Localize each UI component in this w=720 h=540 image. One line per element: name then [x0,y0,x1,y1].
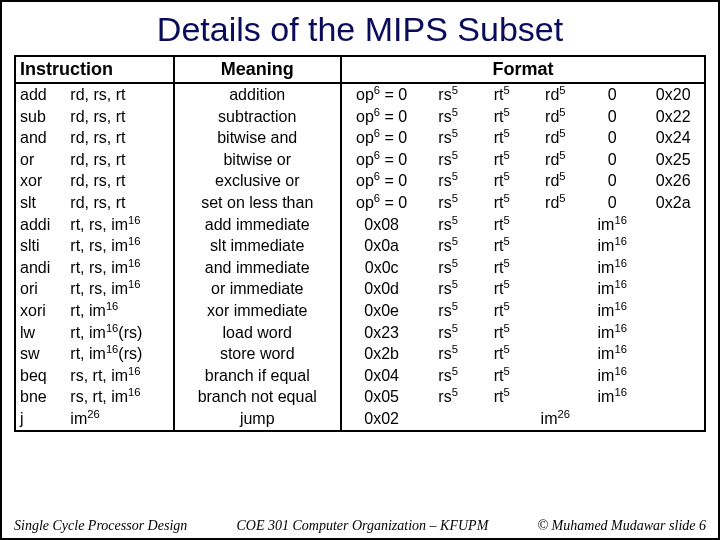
slide-title: Details of the MIPS Subset [14,10,706,49]
cell-f4: 0 [582,127,642,149]
cell-f3: rd5 [529,192,583,214]
cell-mn: bne [15,386,66,408]
cell-f1: rs5 [421,214,475,236]
footer-left: Single Cycle Processor Design [14,518,187,534]
table-row: andirt, rs, im16and immediate0x0crs5rt5i… [15,257,705,279]
cell-f4: im16 [582,214,642,236]
cell-mean: or immediate [174,278,341,300]
cell-f1: rs5 [421,365,475,387]
table-row: sltirt, rs, im16slt immediate0x0ars5rt5i… [15,235,705,257]
cell-mean: branch not equal [174,386,341,408]
cell-f3 [529,257,583,279]
table-row: lwrt, im16(rs)load word0x23rs5rt5im16 [15,322,705,344]
cell-f0: op6 = 0 [341,106,421,128]
cell-f0: op6 = 0 [341,127,421,149]
cell-mn: sub [15,106,66,128]
cell-mean: store word [174,343,341,365]
cell-ops: rt, rs, im16 [66,214,173,236]
cell-mn: beq [15,365,66,387]
cell-mn: slt [15,192,66,214]
cell-ops: rt, im16(rs) [66,343,173,365]
cell-f5 [642,343,705,365]
cell-f0: 0x05 [341,386,421,408]
cell-f2: rt5 [475,149,529,171]
cell-ops: rs, rt, im16 [66,386,173,408]
cell-f1: rs5 [421,106,475,128]
cell-f0: op6 = 0 [341,83,421,106]
cell-f2: rt5 [475,322,529,344]
cell-f0: 0x0e [341,300,421,322]
mips-table: Instruction Meaning Format addrd, rs, rt… [14,55,706,432]
cell-mn: slti [15,235,66,257]
cell-f2: rt5 [475,83,529,106]
cell-f5 [642,408,705,431]
cell-mean: branch if equal [174,365,341,387]
cell-f4: im16 [582,343,642,365]
cell-f3: rd5 [529,170,583,192]
cell-mn: or [15,149,66,171]
cell-f5: 0x24 [642,127,705,149]
cell-mn: ori [15,278,66,300]
cell-f0: 0x23 [341,322,421,344]
cell-f1 [421,408,475,431]
cell-f5: 0x26 [642,170,705,192]
cell-mn: xor [15,170,66,192]
cell-mn: j [15,408,66,431]
cell-f3: rd5 [529,149,583,171]
cell-f4: im16 [582,300,642,322]
table-row: andrd, rs, rtbitwise andop6 = 0rs5rt5rd5… [15,127,705,149]
cell-f0: op6 = 0 [341,170,421,192]
cell-f5 [642,235,705,257]
cell-mean: slt immediate [174,235,341,257]
table-row: jim26jump0x02im26 [15,408,705,431]
cell-f2: rt5 [475,214,529,236]
cell-f2: rt5 [475,192,529,214]
cell-mean: bitwise and [174,127,341,149]
cell-mean: and immediate [174,257,341,279]
cell-mean: subtraction [174,106,341,128]
cell-mn: lw [15,322,66,344]
cell-f3 [529,322,583,344]
cell-ops: im26 [66,408,173,431]
cell-f5 [642,386,705,408]
cell-f2: rt5 [475,365,529,387]
cell-f1: rs5 [421,83,475,106]
cell-ops: rt, rs, im16 [66,235,173,257]
cell-f5 [642,278,705,300]
cell-f3 [529,365,583,387]
cell-f0: op6 = 0 [341,149,421,171]
cell-f0: op6 = 0 [341,192,421,214]
cell-f1: rs5 [421,127,475,149]
table-row: addirt, rs, im16add immediate0x08rs5rt5i… [15,214,705,236]
cell-ops: rd, rs, rt [66,127,173,149]
cell-ops: rd, rs, rt [66,106,173,128]
cell-f1: rs5 [421,386,475,408]
cell-f5: 0x2a [642,192,705,214]
cell-ops: rt, im16 [66,300,173,322]
cell-f2: rt5 [475,278,529,300]
cell-f0: 0x0a [341,235,421,257]
cell-f4: 0 [582,83,642,106]
cell-f1: rs5 [421,149,475,171]
footer-center: COE 301 Computer Organization – KFUPM [236,518,488,534]
cell-f1: rs5 [421,235,475,257]
table-row: orrd, rs, rtbitwise orop6 = 0rs5rt5rd500… [15,149,705,171]
cell-f3 [529,386,583,408]
cell-f5: 0x20 [642,83,705,106]
cell-f1: rs5 [421,170,475,192]
cell-mean: exclusive or [174,170,341,192]
cell-ops: rt, im16(rs) [66,322,173,344]
table-row: subrd, rs, rtsubtractionop6 = 0rs5rt5rd5… [15,106,705,128]
cell-f1: rs5 [421,192,475,214]
cell-f2 [475,408,529,431]
cell-f5: 0x22 [642,106,705,128]
cell-f3: rd5 [529,127,583,149]
cell-mn: andi [15,257,66,279]
cell-f2: rt5 [475,343,529,365]
cell-f1: rs5 [421,257,475,279]
cell-f0: 0x2b [341,343,421,365]
cell-f5 [642,214,705,236]
cell-f3 [529,235,583,257]
cell-f4: im16 [582,278,642,300]
cell-f4: 0 [582,170,642,192]
